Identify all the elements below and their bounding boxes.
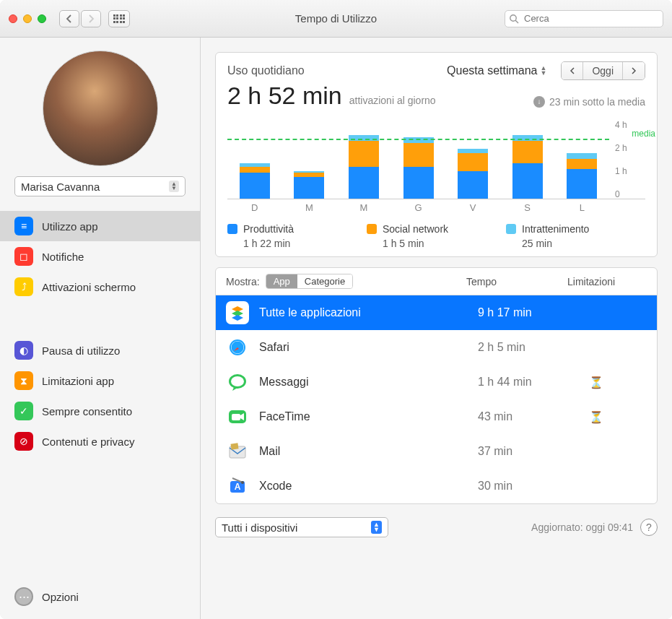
app-row[interactable]: AXcode30 min (216, 469, 657, 503)
xaxis-label: D (227, 199, 282, 213)
user-name: Marisa Cavanna (21, 181, 100, 193)
app-limit: ⏳ (589, 376, 647, 389)
chevron-right-icon (87, 14, 95, 23)
device-select[interactable]: Tutti i dispositivi ▲▼ (215, 517, 388, 537)
app-row[interactable]: Messaggi1 h 44 min⏳ (216, 365, 657, 399)
moon-icon: ◐ (14, 341, 33, 360)
media-line (227, 139, 609, 140)
chart-segment (567, 159, 597, 169)
search-icon (509, 14, 519, 24)
chart-segment (349, 167, 379, 199)
xaxis-label: L (554, 199, 609, 213)
show-all-button[interactable] (108, 10, 130, 27)
legend-name: Intrattenimento (522, 223, 589, 235)
svg-point-6 (231, 376, 244, 386)
svg-point-0 (510, 14, 516, 20)
chevron-left-icon (570, 67, 575, 74)
app-row[interactable]: FaceTime43 min⏳ (216, 399, 657, 434)
updated-label: Aggiornato: oggi 09:41 (531, 521, 633, 533)
chevron-right-icon (631, 67, 637, 74)
legend-name: Social network (383, 223, 448, 235)
chart-segment (567, 153, 597, 159)
sidebar-item-label: Limitazioni app (42, 375, 114, 387)
svg-text:A: A (235, 482, 241, 492)
legend-time: 1 h 22 min (227, 238, 367, 256)
bell-icon: ◻ (14, 247, 33, 266)
search-input[interactable] (505, 10, 663, 27)
app-row[interactable]: Tutte le applicazioni9 h 17 min (216, 295, 657, 330)
usage-chart: 4 h2 h1 h0 (227, 120, 645, 199)
sidebar-item-attivazioni-schermo[interactable]: ⤴Attivazioni schermo (0, 272, 200, 302)
sidebar-item-label: Utilizzo app (42, 220, 98, 233)
app-row[interactable]: Mail37 min (216, 434, 657, 469)
options-button[interactable]: ⋯ Opzioni (0, 581, 200, 606)
col-limitations: Limitazioni (567, 276, 647, 287)
delta-label: 23 min sotto la media (549, 96, 645, 108)
hourglass-icon: ⧗ (14, 371, 33, 390)
sidebar-item-limitazioni-app[interactable]: ⧗Limitazioni app (0, 365, 200, 396)
app-name: FaceTime (259, 410, 468, 423)
legend-swatch (367, 224, 377, 234)
sidebar-item-label: Notifiche (42, 251, 84, 263)
chevron-updown-icon: ▲▼ (169, 181, 179, 192)
chart-segment (512, 141, 543, 163)
pickup-icon: ⤴ (14, 277, 33, 296)
chevron-updown-icon: ▲▼ (541, 66, 547, 76)
sidebar-item-notifiche[interactable]: ◻Notifiche (0, 241, 200, 272)
app-row[interactable]: Safari2 h 5 min (216, 330, 657, 365)
app-time: 37 min (478, 445, 579, 458)
svg-rect-10 (230, 443, 238, 449)
check-icon: ✓ (14, 402, 33, 420)
chart-segment (403, 143, 434, 167)
forward-button[interactable] (81, 10, 101, 27)
sidebar-item-label: Contenuti e privacy (42, 436, 134, 448)
user-select[interactable]: Marisa Cavanna ▲▼ (14, 176, 186, 196)
legend-item: Produttività1 h 22 min (227, 223, 367, 256)
xaxis-label: S (500, 199, 555, 213)
total-subtitle: attivazioni al giorno (349, 95, 436, 106)
stack-icon: ≡ (14, 217, 33, 235)
device-label: Tutti i dispositivi (222, 521, 297, 534)
app-icon (226, 301, 249, 324)
sidebar-item-utilizzo-app[interactable]: ≡Utilizzo app (0, 211, 200, 241)
minimize-button[interactable] (23, 14, 32, 23)
app-icon (226, 336, 249, 359)
legend-time: 1 h 5 min (367, 238, 506, 256)
app-time: 9 h 17 min (478, 306, 579, 319)
sidebar-item-label: Pausa di utilizzo (42, 345, 120, 357)
app-icon: A (226, 475, 249, 498)
app-name: Tutte le applicazioni (259, 306, 468, 319)
show-label: Mostra: (226, 276, 260, 287)
period-select[interactable]: Questa settimana ▲▼ (447, 64, 546, 77)
user-avatar (43, 51, 158, 166)
help-button[interactable]: ? (640, 519, 658, 536)
chart-segment (294, 177, 324, 199)
tab-categories[interactable]: Categorie (297, 274, 352, 288)
tab-app[interactable]: App (266, 274, 297, 288)
sidebar-item-sempre-consentito[interactable]: ✓Sempre consentito (0, 396, 200, 426)
arrow-down-icon: ↓ (533, 96, 545, 108)
block-icon: ⊘ (14, 432, 33, 451)
ellipsis-icon: ⋯ (14, 587, 33, 606)
options-label: Opzioni (42, 591, 79, 603)
next-period-button[interactable] (623, 62, 645, 79)
yaxis-label: 1 h (615, 166, 641, 176)
app-time: 1 h 44 min (478, 376, 579, 389)
prev-period-button[interactable] (562, 62, 583, 79)
legend-time: 25 min (506, 238, 645, 256)
legend-swatch (227, 224, 237, 234)
yaxis-label: 0 (615, 189, 641, 199)
back-button[interactable] (59, 10, 79, 27)
sidebar-item-label: Attivazioni schermo (42, 281, 136, 293)
app-name: Mail (259, 445, 468, 458)
xaxis-label: G (391, 199, 446, 213)
chart-segment (512, 163, 543, 199)
sidebar-item-pausa-di-utilizzo[interactable]: ◐Pausa di utilizzo (0, 335, 200, 365)
legend-item: Social network1 h 5 min (367, 223, 506, 256)
maximize-button[interactable] (38, 14, 46, 23)
close-button[interactable] (9, 14, 17, 23)
sidebar-item-contenuti-e-privacy[interactable]: ⊘Contenuti e privacy (0, 426, 200, 456)
today-button[interactable]: Oggi (583, 62, 623, 79)
svg-rect-8 (232, 414, 240, 420)
sidebar-item-label: Sempre consentito (42, 405, 132, 417)
